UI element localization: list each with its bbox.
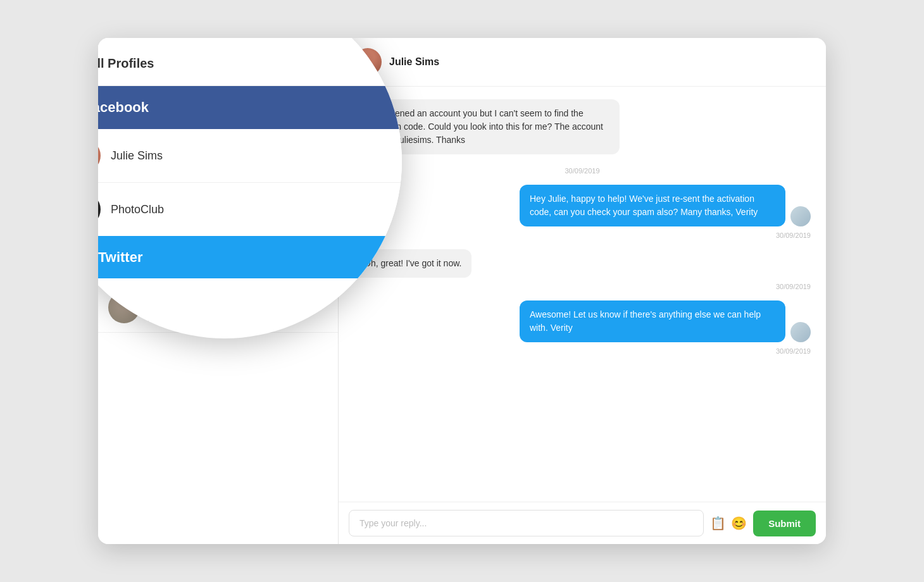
chat-tools: 📋 😊	[710, 516, 747, 531]
twitter-icon: 🐦	[147, 304, 157, 313]
emoji-icon[interactable]: 😊	[731, 516, 747, 531]
chat-input-area: 📋 😊 Submit	[339, 502, 826, 544]
conv-time: 11 May	[303, 241, 328, 250]
list-item-julie-sims[interactable]: Julie Sims 11 May 🐦 Message @juliesims H…	[98, 232, 338, 282]
agent-avatar	[790, 322, 811, 342]
conv-info: John McLaughlin 11 May 🐦 Message @johntw…	[147, 291, 328, 323]
message-group: Oh, great! I've got it now. 30/09/2019	[354, 249, 811, 290]
timestamp: 30/09/2019	[354, 167, 811, 175]
avatar	[108, 190, 140, 222]
top-bar: ✉ All Profiles	[98, 38, 338, 82]
message-row-outgoing: Hey Julie, happy to help! We've just re-…	[354, 185, 811, 226]
twitter-icon: 🐦	[147, 253, 157, 262]
app-logo	[108, 48, 131, 71]
avatar	[108, 241, 140, 273]
chat-messages: I just opened an account you but I can't…	[339, 87, 826, 502]
timestamp: 30/09/2019	[354, 347, 811, 355]
conv-header: Julie Sims 11 May	[147, 240, 328, 251]
app-container: ✉ All Profiles	[98, 38, 826, 544]
conv-name: Julie Sims	[147, 240, 191, 251]
list-item-john[interactable]: John McLaughlin 11 May 🐦 Message @johntw…	[98, 282, 338, 333]
timestamp: 30/09/2019	[354, 283, 811, 290]
chat-contact-name: Julie Sims	[389, 56, 439, 68]
message-bubble: Hey Julie, happy to help! We've just re-…	[520, 185, 785, 226]
conv-header: John McLaughlin 11 May	[147, 291, 328, 301]
list-item[interactable]	[98, 132, 338, 182]
list-item[interactable]	[98, 82, 338, 132]
submit-button[interactable]: Submit	[753, 511, 816, 536]
profile-selector-label: All Profiles	[152, 54, 197, 65]
conv-platform: 🐦 Message @juliesims	[147, 253, 328, 262]
conv-info: Julie Sims 11 May 🐦 Message @juliesims H…	[147, 240, 328, 273]
message-row-incoming: Oh, great! I've got it now.	[354, 249, 811, 278]
message-group: Awesome! Let us know if there's anything…	[354, 300, 811, 355]
message-row-incoming: I just opened an account you but I can't…	[354, 99, 811, 154]
conv-time: 11 May	[303, 292, 328, 300]
right-panel: Julie Sims I just opened an account you …	[339, 38, 826, 544]
conv-preview: Hey! Thanks for messaging us. We try to.…	[147, 264, 328, 273]
list-item[interactable]	[98, 182, 338, 232]
message-row-outgoing: Awesome! Let us know if there's anything…	[354, 300, 811, 342]
copy-icon[interactable]: 📋	[710, 516, 726, 531]
message-bubble: Oh, great! I've got it now.	[354, 249, 471, 278]
avatar	[108, 292, 140, 323]
chat-header: Julie Sims	[339, 38, 826, 87]
avatar	[108, 90, 140, 122]
conv-platform: 🐦 Message @johntwee	[147, 304, 328, 313]
platform-badge-twitter: 🐦 Message @juliesims	[147, 253, 233, 262]
message-bubble: I just opened an account you but I can't…	[354, 99, 620, 154]
platform-badge-twitter: 🐦 Message @johntwee	[147, 304, 234, 313]
timestamp: 30/09/2019	[354, 232, 811, 239]
chat-contact-avatar	[354, 48, 382, 76]
message-bubble: Awesome! Let us know if there's anything…	[520, 300, 785, 342]
profile-selector[interactable]: ✉ All Profiles	[137, 53, 328, 66]
agent-avatar	[790, 206, 811, 226]
message-group: I just opened an account you but I can't…	[354, 99, 811, 154]
message-group: Hey Julie, happy to help! We've just re-…	[354, 185, 811, 239]
chat-reply-input[interactable]	[349, 510, 704, 536]
mail-icon: ✉	[137, 53, 147, 66]
avatar	[108, 140, 140, 172]
conversation-list: Julie Sims 11 May 🐦 Message @juliesims H…	[98, 82, 338, 544]
conv-preview: Hey! Thanks for messaging us. We try to.…	[147, 314, 328, 323]
conv-name: John McLaughlin	[147, 291, 220, 301]
left-panel: ✉ All Profiles	[98, 38, 339, 544]
